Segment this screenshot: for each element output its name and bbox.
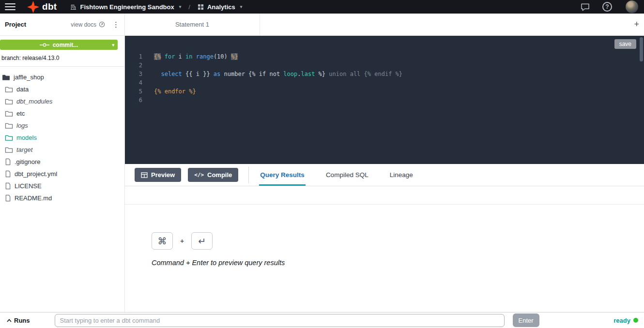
tree-item-label: logs xyxy=(16,122,28,129)
file-icon xyxy=(5,158,11,165)
project-name: Analytics xyxy=(207,3,235,11)
help-button[interactable]: ? xyxy=(602,2,612,12)
scrollbar-thumb[interactable] xyxy=(640,37,643,61)
folder-icon xyxy=(5,98,13,105)
folder-open-icon xyxy=(2,74,10,81)
results-tab-compiled-sql[interactable]: Compiled SQL xyxy=(325,164,369,186)
account-name: Fishtown Engineering Sandbox xyxy=(80,3,174,11)
results-tab-query-results[interactable]: Query Results xyxy=(259,164,306,186)
file-icon xyxy=(5,194,11,202)
enter-key-icon: ↵ xyxy=(191,232,213,250)
tree-item-label: models xyxy=(16,134,37,141)
code-editor[interactable]: save 1{% for i in range(10) %}23 select … xyxy=(125,36,644,164)
line-number: 3 xyxy=(125,70,142,78)
preview-hint-text: Command + Enter to preview query results xyxy=(152,259,644,267)
tree-item-logs[interactable]: logs xyxy=(0,119,124,132)
code-line-6: 6 xyxy=(125,96,637,104)
tree-item-label: jaffle_shop xyxy=(14,74,44,81)
command-input[interactable] xyxy=(55,314,505,327)
tree-item-etc[interactable]: etc xyxy=(0,107,124,119)
chat-bubble-icon xyxy=(581,3,590,11)
dbt-logo[interactable]: dbt xyxy=(27,1,57,13)
tree-item-label: README.md xyxy=(15,194,52,202)
code-line-4: 4 xyxy=(125,78,637,87)
line-number: 5 xyxy=(125,87,142,96)
kebab-menu-button[interactable]: ⋮ xyxy=(112,21,120,28)
folder-icon xyxy=(5,146,13,153)
results-tabs: Query ResultsCompiled SQLLineage xyxy=(259,164,433,186)
toolbar-divider xyxy=(248,167,249,183)
plus-sign: + xyxy=(180,237,184,245)
folder-icon xyxy=(5,134,13,141)
editor-tabbar: Statement 1 + xyxy=(125,14,644,36)
main-panel: Statement 1 + save 1{% for i in range(10… xyxy=(125,14,644,312)
code-line-3: 3 select {{ i }} as number {% if not loo… xyxy=(125,70,637,78)
results-tab-lineage[interactable]: Lineage xyxy=(389,164,414,186)
line-number: 2 xyxy=(125,61,142,70)
tree-item-license[interactable]: LICENSE xyxy=(0,180,124,192)
tree-item-jaffle-shop[interactable]: jaffle_shop xyxy=(0,71,124,83)
breadcrumb-separator: / xyxy=(188,3,190,11)
chevron-down-icon: ▾ xyxy=(240,4,243,9)
tree-item-label: LICENSE xyxy=(15,182,42,190)
external-link-icon xyxy=(99,21,105,28)
tree-item-label: data xyxy=(16,86,29,93)
tree-item-data[interactable]: data xyxy=(0,83,124,95)
line-number: 4 xyxy=(125,78,142,87)
status-dot xyxy=(633,318,638,323)
code-line-5: 5{% endfor %} xyxy=(125,87,637,96)
file-tree: jaffle_shopdatadbt_modulesetclogsmodelst… xyxy=(0,67,124,204)
sidebar-header: Project view docs ⋮ xyxy=(0,14,124,36)
bottom-bar: Runs Enter ready xyxy=(0,312,644,328)
compile-button[interactable]: </> Compile xyxy=(188,168,238,182)
keyboard-shortcut-hint: ⌘ + ↵ xyxy=(152,232,644,250)
tree-item-label: etc xyxy=(16,110,25,117)
hamburger-menu-button[interactable] xyxy=(5,3,15,11)
dbt-cloud-ide: dbt Fishtown Engineering Sandbox ▾ / Ana… xyxy=(0,0,644,328)
tree-item-label: target xyxy=(16,146,32,153)
tree-item-dbt-project-yml[interactable]: dbt_project.yml xyxy=(0,168,124,180)
results-toolbar: Preview </> Compile Query ResultsCompile… xyxy=(125,164,644,186)
tree-item-target[interactable]: target xyxy=(0,144,124,156)
tree-item-dbt-modules[interactable]: dbt_modules xyxy=(0,95,124,107)
folder-icon xyxy=(5,110,13,117)
editor-scrollbar[interactable] xyxy=(640,37,643,163)
account-switcher[interactable]: Fishtown Engineering Sandbox ▾ xyxy=(70,3,181,11)
line-number: 1 xyxy=(125,52,142,61)
enter-button[interactable]: Enter xyxy=(513,313,539,327)
dbt-flame-icon xyxy=(27,1,39,13)
commit-icon xyxy=(40,43,49,47)
commit-button[interactable]: commit... ▾ xyxy=(0,40,118,50)
view-docs-link[interactable]: view docs xyxy=(71,21,105,28)
tree-item-gitignore[interactable]: .gitignore xyxy=(0,156,124,168)
code-line-1: 1{% for i in range(10) %} xyxy=(125,52,637,61)
tree-item-readme-md[interactable]: README.md xyxy=(0,192,124,204)
tab-statement-1[interactable]: Statement 1 xyxy=(125,14,260,35)
branch-label: branch: release/4.13.0 xyxy=(1,55,124,61)
tree-item-models[interactable]: models xyxy=(0,132,124,144)
chevron-up-icon xyxy=(7,319,12,322)
file-icon xyxy=(5,182,11,190)
chat-button[interactable] xyxy=(581,3,590,11)
code-line-2: 2 xyxy=(125,61,637,70)
preview-button[interactable]: Preview xyxy=(135,168,181,182)
code-brackets-icon: </> xyxy=(194,172,204,178)
dbt-logo-text: dbt xyxy=(42,1,57,12)
status-label: ready xyxy=(613,317,630,324)
avatar[interactable] xyxy=(626,0,638,13)
results-panel: ⌘ + ↵ Command + Enter to preview query r… xyxy=(125,186,644,312)
new-tab-button[interactable]: + xyxy=(634,14,639,35)
grid-icon xyxy=(198,4,204,10)
folder-icon xyxy=(5,86,13,93)
line-number: 6 xyxy=(125,96,142,104)
folder-icon xyxy=(5,122,13,129)
project-switcher[interactable]: Analytics ▾ xyxy=(198,3,242,11)
save-button[interactable]: save xyxy=(614,39,636,49)
question-mark-icon: ? xyxy=(605,3,609,10)
code-lines: 1{% for i in range(10) %}23 select {{ i … xyxy=(125,52,637,104)
project-sidebar: Project view docs ⋮ commit... xyxy=(0,14,125,312)
file-icon xyxy=(5,170,11,178)
command-key-icon: ⌘ xyxy=(152,232,173,250)
runs-toggle[interactable]: Runs xyxy=(7,317,30,324)
topbar: dbt Fishtown Engineering Sandbox ▾ / Ana… xyxy=(0,0,644,14)
